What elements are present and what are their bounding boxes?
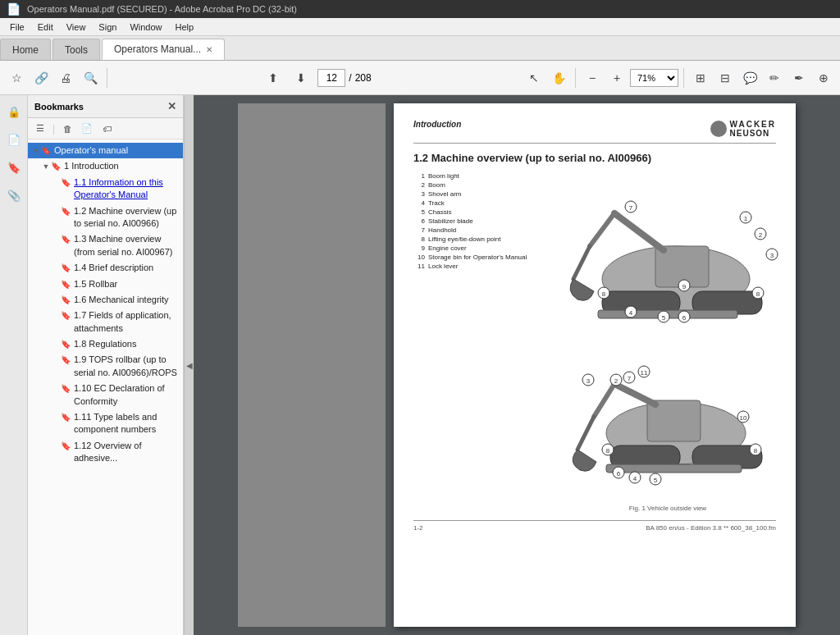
tab-close-button[interactable]: ✕ (206, 45, 212, 54)
svg-line-4 (614, 213, 664, 250)
panel-collapse-handle[interactable]: ◀ (184, 95, 194, 635)
zoom-in-btn[interactable]: + (605, 66, 628, 89)
prev-page-btn[interactable]: ⬆ (262, 66, 285, 89)
pdf-footer-left: 1-2 (413, 524, 423, 532)
excavator-diagrams: 7 1 2 3 9 8 8 (549, 172, 787, 512)
print-toolbar-btn[interactable]: 🖨 (54, 66, 77, 89)
legend-item-5: 5 Chassis (413, 208, 541, 216)
sign-btn[interactable]: ✒ (788, 66, 810, 89)
pdf-page: Introduction WACKER NEUSON 1.2 Machine o… (394, 103, 796, 627)
cursor-tool-btn[interactable]: ↖ (523, 66, 546, 89)
excavator-bottom-view: 3 2 7 11 10 8 8 (549, 335, 787, 495)
page-number-input[interactable] (317, 69, 345, 87)
svg-text:8: 8 (606, 447, 610, 455)
pdf-viewer-area[interactable]: Introduction WACKER NEUSON 1.2 Machine o… (194, 95, 840, 635)
bm-1-4-item[interactable]: 🔖 1.4 Brief description (28, 260, 183, 276)
bm-delete-btn[interactable]: 🗑 (58, 120, 76, 138)
legend-item-11: 11 Lock lever (413, 263, 541, 270)
svg-text:7: 7 (629, 204, 633, 212)
bm-new-btn[interactable]: 📄 (78, 120, 96, 138)
bm-1-6-label: 1.6 Mechanical integrity (74, 294, 180, 306)
left-attachments-icon[interactable]: 📎 (4, 185, 24, 205)
bm-intro-toggle[interactable]: ▼ (41, 162, 51, 171)
tab-document[interactable]: Operators Manual... ✕ (102, 39, 225, 60)
bm-1-11-item[interactable]: 🔖 1.11 Type labels and component numbers (28, 409, 183, 438)
bm-1-12-label: 1.12 Overview of adhesive... (74, 440, 180, 465)
bm-1-3-item[interactable]: 🔖 1.3 Machine overview (from serial no. … (28, 231, 183, 260)
bm-1-8-item[interactable]: 🔖 1.8 Regulations (28, 336, 183, 352)
more-tools-btn[interactable]: ⊕ (812, 66, 835, 89)
menu-sign[interactable]: Sign (92, 21, 123, 34)
bm-1-10-icon: 🔖 (61, 384, 71, 394)
svg-line-33 (594, 384, 614, 417)
legend-item-3: 3 Shovel arm (413, 190, 541, 198)
bm-1-3-label: 1.3 Machine overview (from serial no. AI… (74, 233, 180, 258)
bm-1-9-item[interactable]: 🔖 1.9 TOPS rollbar (up to serial no. AI0… (28, 352, 183, 381)
bm-root-item[interactable]: ▼ 🔖 Operator's manual (28, 143, 183, 158)
legend-item-1: 1 Boom light (413, 172, 541, 180)
menu-bar: File Edit View Sign Window Help (0, 18, 840, 36)
bm-1-1-label: 1.1 Information on this Operator's Manua… (74, 176, 180, 202)
bm-tag-btn[interactable]: 🏷 (98, 120, 116, 138)
legend-item-10: 10 Storage bin for Operator's Manual (413, 254, 541, 261)
bookmarks-close-btn[interactable]: ✕ (167, 100, 176, 112)
bm-intro-label: 1 Introduction (64, 160, 180, 172)
total-pages: 208 (355, 72, 372, 84)
svg-text:2: 2 (759, 231, 763, 239)
fit-page-btn[interactable]: ⊞ (689, 66, 712, 89)
pdf-thumbnail (238, 103, 386, 627)
bm-1-7-item[interactable]: 🔖 1.7 Fields of application, attachments (28, 308, 183, 336)
svg-text:11: 11 (641, 369, 648, 377)
bookmarks-tree[interactable]: ▼ 🔖 Operator's manual ▼ 🔖 1 Introduction… (28, 139, 183, 635)
left-pages-icon[interactable]: 📄 (4, 130, 24, 149)
bm-1-2-item[interactable]: 🔖 1.2 Machine overview (up to serial no.… (28, 203, 183, 232)
svg-line-32 (614, 384, 655, 404)
bm-root-toggle[interactable]: ▼ (31, 146, 41, 156)
menu-file[interactable]: File (3, 21, 31, 34)
page-navigation: / 208 (317, 69, 371, 87)
legend-item-9: 9 Engine cover (413, 244, 541, 252)
menu-help[interactable]: Help (169, 21, 201, 34)
zoom-selector[interactable]: 71% 50% 100% (630, 69, 678, 87)
menu-view[interactable]: View (60, 21, 93, 34)
bm-1-6-icon: 🔖 (61, 295, 71, 305)
next-page-btn[interactable]: ⬇ (290, 66, 313, 89)
comment-btn[interactable]: 💬 (738, 66, 761, 89)
bm-1-9-icon: 🔖 (61, 355, 71, 365)
bm-1-12-icon: 🔖 (61, 441, 71, 451)
menu-window[interactable]: Window (123, 21, 168, 34)
highlight-btn[interactable]: ✏ (763, 66, 786, 89)
zoom-out-toolbar-btn[interactable]: 🔍 (79, 66, 102, 89)
menu-edit[interactable]: Edit (31, 21, 60, 34)
bm-1-12-item[interactable]: 🔖 1.12 Overview of adhesive... (28, 438, 183, 467)
left-security-icon[interactable]: 🔒 (4, 102, 24, 121)
bm-1-10-item[interactable]: 🔖 1.10 EC Declaration of Conformity (28, 381, 183, 409)
bm-1-4-label: 1.4 Brief description (74, 262, 180, 274)
pdf-section-title: Introduction (413, 120, 461, 129)
bm-1-7-icon: 🔖 (61, 311, 71, 321)
bm-1-9-label: 1.9 TOPS rollbar (up to serial no. AI009… (74, 354, 180, 379)
pdf-legend: 1 Boom light 2 Boom 3 Shovel arm 4 Track (413, 172, 541, 512)
bm-root-label: Operator's manual (54, 144, 180, 157)
brand-logo (710, 121, 727, 137)
bm-1-6-item[interactable]: 🔖 1.6 Mechanical integrity (28, 292, 183, 308)
bm-1-1-item[interactable]: 🔖 1.1 Information on this Operator's Man… (28, 175, 183, 203)
bm-collapse-btn[interactable]: ☰ (31, 120, 49, 138)
bookmark-toolbar-btn[interactable]: ☆ (5, 66, 28, 89)
zoom-out-btn[interactable]: − (581, 66, 604, 89)
share-toolbar-btn[interactable]: 🔗 (30, 66, 52, 89)
bm-1-11-label: 1.11 Type labels and component numbers (74, 411, 180, 436)
legend-item-4: 4 Track (413, 199, 541, 207)
bm-1-5-item[interactable]: 🔖 1.5 Rollbar (28, 276, 183, 292)
left-icon-panel: 🔒 📄 🔖 📎 (0, 95, 28, 635)
brand-name-1: WACKER (730, 120, 776, 129)
tab-tools[interactable]: Tools (52, 39, 100, 60)
legend-item-2: 2 Boom (413, 181, 541, 189)
tab-home[interactable]: Home (0, 39, 51, 60)
bm-introduction-item[interactable]: ▼ 🔖 1 Introduction (28, 158, 183, 174)
rotate-btn[interactable]: ⊟ (714, 66, 737, 89)
svg-text:8: 8 (602, 290, 606, 298)
hand-tool-btn[interactable]: ✋ (547, 66, 570, 89)
legend-item-8: 8 Lifting eye/tie-down point (413, 235, 541, 243)
left-bookmarks-icon[interactable]: 🔖 (4, 158, 24, 177)
